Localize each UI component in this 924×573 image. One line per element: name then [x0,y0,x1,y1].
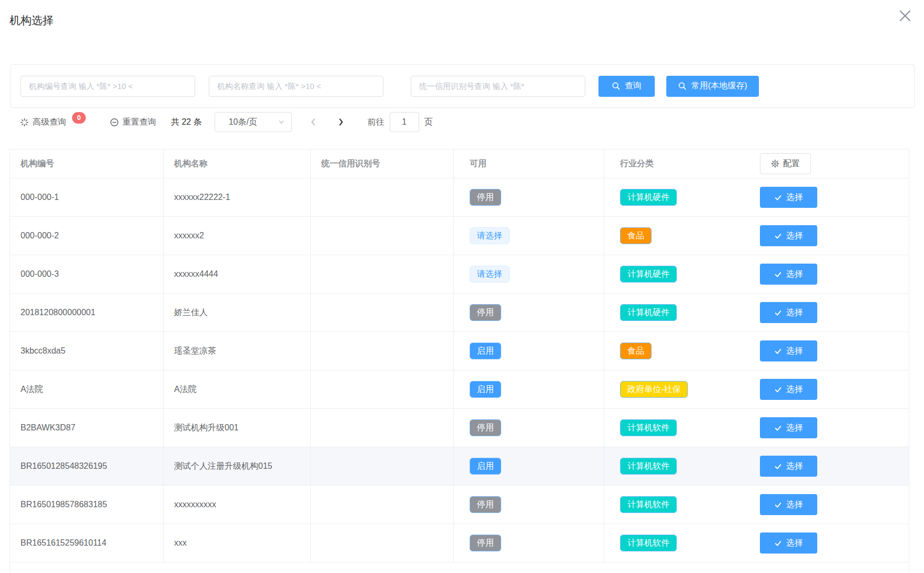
select-button[interactable]: 选择 [760,494,817,515]
query-button[interactable]: 查询 [598,76,655,97]
org-code-cell: 000-000-1 [10,178,164,216]
available-cell: 停用 [454,524,604,562]
select-button[interactable]: 选择 [760,340,817,361]
gear-icon [771,159,779,168]
select-button[interactable]: 选择 [760,302,817,323]
table-row: 2018120800000001 娇兰佳人 停用 计算机硬件 选择 [10,294,909,332]
industry-cell: 计算机软件 [604,447,753,485]
advanced-query-badge: 0 [72,112,86,124]
industry-tag: 计算机硬件 [620,266,677,283]
check-icon [774,270,782,278]
check-icon [774,232,782,240]
select-button[interactable]: 选择 [760,456,817,477]
industry-tag: 计算机软件 [620,535,677,551]
prev-page-button[interactable] [309,117,318,127]
credit-code-cell [311,524,454,562]
industry-cell: 计算机硬件 [604,178,753,216]
credit-code-cell [311,294,454,331]
search-icon [678,82,687,91]
industry-tag: 政府单位-社保 [620,381,688,398]
select-button[interactable]: 选择 [760,187,817,208]
status-tag[interactable]: 启用 [470,381,501,398]
credit-code-input[interactable] [411,76,585,97]
action-cell: 选择 [753,370,909,408]
org-name-cell: xxx [164,524,311,562]
org-code-input[interactable] [21,76,195,97]
select-button[interactable]: 选择 [760,264,817,285]
status-tag[interactable]: 启用 [470,343,501,359]
org-name-cell: 瑶圣堂凉茶 [164,332,311,370]
org-name-cell: xxxxxx4444 [164,255,311,293]
chevron-right-icon [336,117,346,127]
page-title: 机构选择 [9,13,54,28]
select-button[interactable]: 选择 [760,417,817,438]
available-cell: 停用 [454,178,604,216]
table-row: A法院 A法院 启用 政府单位-社保 选择 [10,370,909,409]
table-row: 000-000-2 xxxxxx2 请选择 食品 选择 [10,217,909,255]
check-icon [774,386,782,394]
status-tag[interactable]: 停用 [470,419,501,436]
header-available: 可用 [454,149,604,178]
credit-code-cell [311,217,454,255]
check-icon [774,309,782,317]
available-cell: 启用 [454,447,604,485]
page-size-select[interactable]: 10条/页 [215,112,292,132]
check-icon [774,463,782,470]
available-cell: 停用 [454,409,604,447]
status-tag[interactable]: 启用 [470,458,501,475]
goto-label: 前往 [368,117,384,128]
action-cell: 选择 [753,178,909,216]
org-name-cell: 娇兰佳人 [164,294,311,331]
goto-page-input[interactable] [390,112,419,132]
org-code-cell: BR1651615259610114 [10,524,164,562]
header-credit-code: 统一信用识别号 [311,149,454,178]
org-name-cell: xxxxxx22222-1 [164,178,311,216]
config-button[interactable]: 配置 [760,153,811,174]
credit-code-cell [311,409,454,447]
select-button[interactable]: 选择 [760,379,817,400]
close-button[interactable] [895,5,916,26]
status-tag[interactable]: 停用 [470,189,501,206]
industry-cell: 计算机硬件 [604,255,753,293]
reset-query-button[interactable]: 重置查询 [110,117,156,128]
status-tag[interactable]: 请选择 [470,266,510,283]
available-cell: 启用 [454,370,604,408]
common-cache-button[interactable]: 常用(本地缓存) [666,76,759,97]
status-tag[interactable]: 请选择 [470,227,510,244]
org-code-cell: A法院 [10,370,164,408]
credit-code-cell [311,370,454,408]
check-icon [774,539,782,547]
close-icon [897,7,913,24]
chevron-down-icon [278,118,285,126]
industry-cell: 计算机软件 [604,409,753,447]
status-tag[interactable]: 停用 [470,304,501,321]
available-cell: 停用 [454,486,604,524]
industry-cell: 计算机软件 [604,524,753,562]
total-count: 共 22 条 [171,117,202,128]
credit-code-cell [311,255,454,293]
status-tag[interactable]: 停用 [470,535,501,551]
table-bottom-edge [9,562,909,573]
org-name-input[interactable] [209,76,383,97]
available-cell: 请选择 [454,217,604,255]
select-button[interactable]: 选择 [760,532,817,554]
industry-tag: 计算机软件 [620,458,677,475]
industry-tag: 食品 [620,343,652,359]
status-tag[interactable]: 停用 [470,496,501,513]
header-industry: 行业分类 [604,149,753,178]
credit-code-cell [311,332,454,370]
next-page-button[interactable] [336,117,346,127]
available-cell: 启用 [454,332,604,370]
org-name-cell: A法院 [164,370,311,408]
org-name-cell: 测试机构升级001 [164,409,311,447]
advanced-query-button[interactable]: 高级查询 0 [20,116,86,128]
action-cell: 选择 [753,294,909,331]
industry-tag: 计算机硬件 [620,189,677,206]
industry-cell: 计算机硬件 [604,294,753,331]
industry-tag: 计算机软件 [620,419,677,436]
action-cell: 选择 [753,524,909,562]
industry-tag: 食品 [620,227,652,244]
search-icon [612,82,621,91]
table-row: BR1650198578683185 xxxxxxxxxx 停用 计算机软件 选… [10,486,909,524]
select-button[interactable]: 选择 [760,225,817,246]
